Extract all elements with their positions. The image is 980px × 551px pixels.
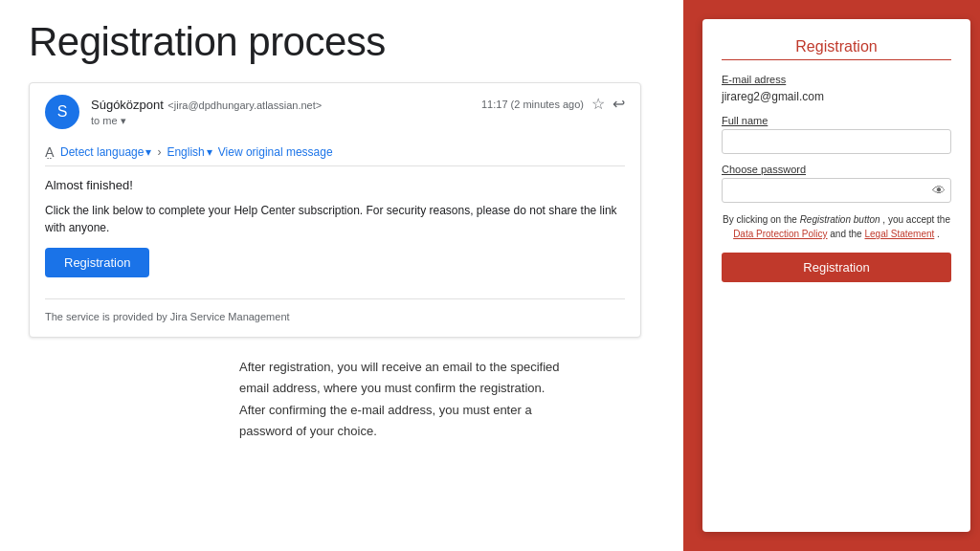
register-button[interactable]: Registration: [722, 253, 951, 282]
email-body: Almost finished! Click the link below to…: [45, 176, 625, 325]
description-line4: password of your choice.: [239, 424, 377, 438]
detect-language-dropdown[interactable]: Detect language ▾: [60, 145, 151, 159]
eye-icon[interactable]: 👁: [932, 183, 946, 198]
terms-period: .: [937, 229, 940, 239]
fullname-input[interactable]: [722, 129, 951, 154]
email-field-group: E-mail adress jirareg2@gmail.com: [722, 74, 951, 105]
description-block: After registration, you will receive an …: [239, 357, 655, 441]
view-original-link[interactable]: View original message: [218, 145, 333, 159]
terms-accept: , you accept the: [882, 214, 950, 225]
email-body-text: Click the link below to complete your He…: [45, 202, 625, 236]
page-container: Registration process S Súgóközpont <jira…: [0, 0, 980, 551]
email-divider: [45, 298, 625, 299]
terms-text: By clicking on the Registration button ,…: [722, 212, 951, 241]
translate-bar: A̤ Detect language ▾ › English ▾ View or…: [45, 139, 625, 166]
avatar: S: [45, 95, 79, 129]
avatar-letter: S: [57, 103, 68, 121]
english-dropdown[interactable]: English ▾: [167, 145, 212, 159]
email-field-value: jirareg2@gmail.com: [722, 88, 951, 105]
email-field-label: E-mail adress: [722, 74, 951, 85]
description-line2: email address, where you must confirm th…: [239, 381, 545, 395]
password-field-label: Choose password: [722, 164, 951, 175]
password-field-group: Choose password 👁: [722, 164, 951, 203]
description-line3: After confirming the e-mail address, you…: [239, 403, 532, 417]
form-title: Registration: [722, 38, 951, 60]
fullname-field-group: Full name: [722, 115, 951, 154]
email-meta: Súgóközpont <jira@dpdhungary.atlassian.n…: [91, 95, 625, 127]
email-sender-line: Súgóközpont <jira@dpdhungary.atlassian.n…: [91, 95, 625, 113]
email-card: S Súgóközpont <jira@dpdhungary.atlassian…: [29, 82, 641, 338]
english-label: English: [167, 145, 204, 159]
star-icon[interactable]: [591, 95, 605, 113]
terms-prefix: By clicking on the: [723, 214, 800, 225]
password-input[interactable]: [722, 178, 951, 203]
terms-and: and the: [830, 229, 864, 239]
email-time-area: 11:17 (2 minutes ago): [481, 95, 625, 113]
password-wrapper: 👁: [722, 178, 951, 203]
right-panel: Registration E-mail adress jirareg2@gmai…: [683, 0, 980, 551]
description-line1: After registration, you will receive an …: [239, 360, 560, 374]
translate-icon: A̤: [45, 144, 55, 160]
data-protection-link[interactable]: Data Protection Policy: [733, 229, 827, 239]
registration-email-button[interactable]: Registration: [45, 248, 149, 277]
fullname-field-label: Full name: [722, 115, 951, 126]
dropdown-arrow2: ▾: [207, 145, 212, 159]
reply-icon[interactable]: [612, 95, 625, 113]
arrow-right-icon: ›: [157, 145, 161, 159]
sender-info: Súgóközpont <jira@dpdhungary.atlassian.n…: [91, 96, 322, 113]
email-timestamp: 11:17 (2 minutes ago): [481, 99, 584, 110]
page-title: Registration process: [29, 19, 655, 65]
sender-name: Súgóközpont: [91, 98, 164, 112]
email-header: S Súgóközpont <jira@dpdhungary.atlassian…: [45, 95, 625, 129]
email-subject: Almost finished!: [45, 176, 625, 196]
sender-email: <jira@dpdhungary.atlassian.net>: [167, 99, 322, 111]
legal-statement-link[interactable]: Legal Statement: [864, 229, 934, 239]
dropdown-arrow: ▾: [145, 145, 151, 159]
registration-form-card: Registration E-mail adress jirareg2@gmai…: [702, 19, 970, 532]
email-recipient: to me ▾: [91, 115, 625, 127]
left-panel: Registration process S Súgóközpont <jira…: [0, 0, 683, 551]
terms-button-ref: Registration button: [800, 214, 880, 225]
detect-language-label: Detect language: [60, 145, 144, 159]
email-footer: The service is provided by Jira Service …: [45, 309, 625, 326]
